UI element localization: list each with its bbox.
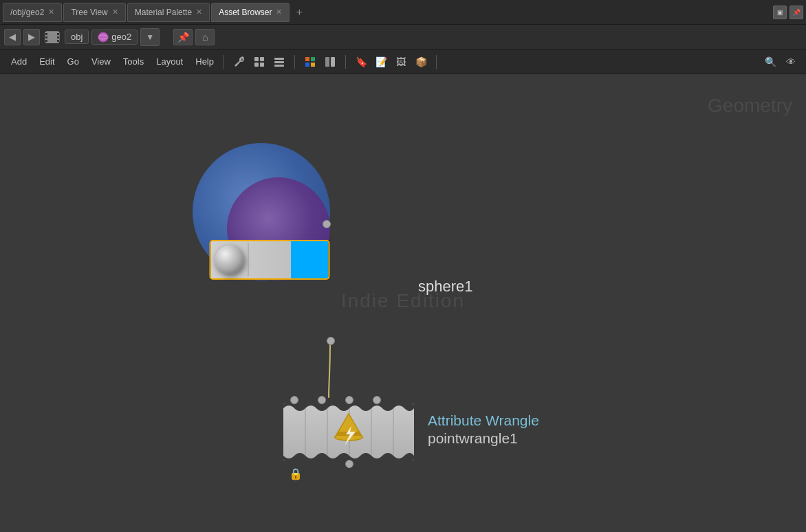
sphere1-tile-divider bbox=[248, 243, 249, 276]
toolbar-sep-4 bbox=[436, 55, 437, 69]
menu-help[interactable]: Help bbox=[190, 53, 219, 71]
tab-assetbrowser-label: Asset Browser bbox=[219, 8, 272, 17]
toolbar-wrench-icon[interactable] bbox=[230, 53, 249, 71]
svg-rect-2 bbox=[45, 36, 47, 38]
window-layout-btn[interactable]: ▣ bbox=[773, 5, 787, 19]
toolbar-bookmark-icon[interactable]: 🔖 bbox=[351, 53, 371, 71]
wrangle-type-label: Attribute Wrangle bbox=[428, 411, 539, 430]
node-canvas[interactable]: Indie Edition Geometry sphere1 bbox=[0, 74, 806, 532]
address-bar: ◀ ▶ obj geo2 ▼ 📌 ⌂ bbox=[0, 25, 806, 49]
svg-rect-12 bbox=[254, 63, 259, 67]
tab-bar-controls: ▣ 📌 bbox=[773, 5, 803, 19]
lock-icon: 🔒 bbox=[289, 467, 303, 480]
menu-add[interactable]: Add bbox=[6, 53, 32, 71]
breadcrumb-obj[interactable]: obj bbox=[65, 30, 89, 44]
wrangle-icon bbox=[329, 411, 368, 454]
tab-bar: /obj/geo2 ✕ Tree View ✕ Material Palette… bbox=[0, 0, 806, 25]
sphere1-node[interactable] bbox=[261, 225, 399, 335]
svg-point-7 bbox=[98, 32, 108, 42]
toolbar-eye-icon[interactable]: 👁 bbox=[781, 53, 800, 71]
forward-button[interactable]: ▶ bbox=[23, 29, 40, 45]
toolbar-misc-group: 🔖 📝 🖼 📦 bbox=[351, 53, 431, 71]
svg-rect-14 bbox=[274, 58, 284, 60]
menu-go[interactable]: Go bbox=[62, 53, 85, 71]
toolbar-color-group bbox=[301, 53, 340, 71]
svg-rect-22 bbox=[331, 57, 335, 67]
geo2-icon bbox=[98, 32, 109, 43]
toolbar-color-grid-icon[interactable] bbox=[301, 53, 320, 71]
svg-rect-11 bbox=[260, 57, 264, 61]
wrangle-wizard-icon bbox=[329, 411, 368, 450]
menu-edit[interactable]: Edit bbox=[34, 53, 60, 71]
tab-geo2-close[interactable]: ✕ bbox=[48, 8, 54, 16]
sphere1-label: sphere1 bbox=[418, 278, 473, 296]
svg-rect-21 bbox=[325, 57, 329, 67]
pointwrangle1-node[interactable]: 🔒 bbox=[283, 403, 414, 461]
tab-geo2[interactable]: /obj/geo2 ✕ bbox=[3, 3, 62, 22]
breadcrumb-geo2[interactable]: geo2 bbox=[91, 30, 138, 45]
back-button[interactable]: ◀ bbox=[4, 29, 21, 45]
window-pin-btn[interactable]: 📌 bbox=[789, 5, 803, 19]
toolbar-sep-3 bbox=[345, 55, 346, 69]
tab-assetbrowser-close[interactable]: ✕ bbox=[276, 8, 282, 16]
toolbar-sep-2 bbox=[294, 55, 295, 69]
svg-rect-1 bbox=[45, 33, 47, 35]
tab-treeview[interactable]: Tree View ✕ bbox=[63, 3, 125, 22]
svg-rect-6 bbox=[57, 40, 59, 42]
toolbar-stack-icon[interactable]: 📦 bbox=[411, 53, 431, 71]
toolbar-note-icon[interactable]: 📝 bbox=[371, 53, 391, 71]
sphere1-input-connector[interactable] bbox=[323, 220, 331, 228]
connection-svg bbox=[0, 74, 806, 532]
dropdown-btn[interactable]: ▼ bbox=[140, 28, 160, 46]
wrangle-connector-3[interactable] bbox=[345, 396, 353, 404]
tab-treeview-label: Tree View bbox=[71, 8, 107, 17]
svg-rect-16 bbox=[274, 65, 284, 67]
wrangle-label: Attribute Wrangle pointwrangle1 bbox=[428, 411, 539, 447]
wrangle-connector-1[interactable] bbox=[290, 396, 298, 404]
svg-rect-20 bbox=[311, 63, 315, 67]
svg-rect-17 bbox=[305, 57, 309, 61]
svg-rect-15 bbox=[274, 61, 284, 63]
tab-materialpalette-label: Material Palette bbox=[135, 8, 192, 17]
svg-rect-10 bbox=[254, 57, 259, 61]
sphere1-output-connector[interactable] bbox=[327, 337, 335, 345]
menu-tools[interactable]: Tools bbox=[118, 53, 149, 71]
svg-rect-5 bbox=[57, 36, 59, 38]
tab-treeview-close[interactable]: ✕ bbox=[112, 8, 118, 16]
toolbar-icons-group1 bbox=[230, 53, 289, 71]
toolbar-list-icon[interactable] bbox=[270, 53, 289, 71]
svg-rect-13 bbox=[260, 63, 264, 67]
tab-assetbrowser[interactable]: Asset Browser ✕ bbox=[211, 3, 290, 22]
watermark-network-type: Geometry bbox=[708, 95, 792, 117]
wrangle-name-label: pointwrangle1 bbox=[428, 430, 539, 447]
wrangle-connector-4[interactable] bbox=[373, 396, 381, 404]
tab-materialpalette[interactable]: Material Palette ✕ bbox=[127, 3, 210, 22]
wrangle-tile[interactable] bbox=[283, 403, 414, 461]
menu-toolbar: Add Edit Go View Tools Layout Help bbox=[0, 49, 806, 74]
breadcrumb-obj-label: obj bbox=[71, 32, 83, 42]
svg-rect-18 bbox=[311, 57, 315, 61]
svg-rect-19 bbox=[305, 63, 309, 67]
menu-view[interactable]: View bbox=[86, 53, 116, 71]
tab-add-button[interactable]: + bbox=[291, 4, 307, 21]
sphere1-tile[interactable] bbox=[210, 240, 330, 280]
wrangle-input-connectors bbox=[290, 396, 381, 404]
breadcrumb-geo2-label: geo2 bbox=[111, 32, 131, 42]
tab-geo2-label: /obj/geo2 bbox=[10, 8, 44, 17]
svg-rect-4 bbox=[57, 33, 59, 35]
network-type-icon bbox=[43, 27, 62, 47]
menu-layout[interactable]: Layout bbox=[151, 53, 188, 71]
sphere1-preview-ball bbox=[215, 245, 244, 274]
wrangle-connector-2[interactable] bbox=[318, 396, 326, 404]
toolbar-shader-icon[interactable] bbox=[320, 53, 340, 71]
home-button[interactable]: ⌂ bbox=[195, 29, 215, 45]
toolbar-sep-1 bbox=[224, 55, 224, 69]
wrangle-output-connector[interactable] bbox=[345, 460, 353, 468]
toolbar-grid-icon[interactable] bbox=[250, 53, 269, 71]
svg-rect-3 bbox=[45, 40, 47, 42]
tab-materialpalette-close[interactable]: ✕ bbox=[196, 8, 202, 16]
pin-button[interactable]: 📌 bbox=[173, 29, 193, 45]
toolbar-image-icon[interactable]: 🖼 bbox=[391, 53, 411, 71]
svg-point-9 bbox=[241, 58, 243, 61]
toolbar-search-icon[interactable]: 🔍 bbox=[761, 53, 780, 71]
